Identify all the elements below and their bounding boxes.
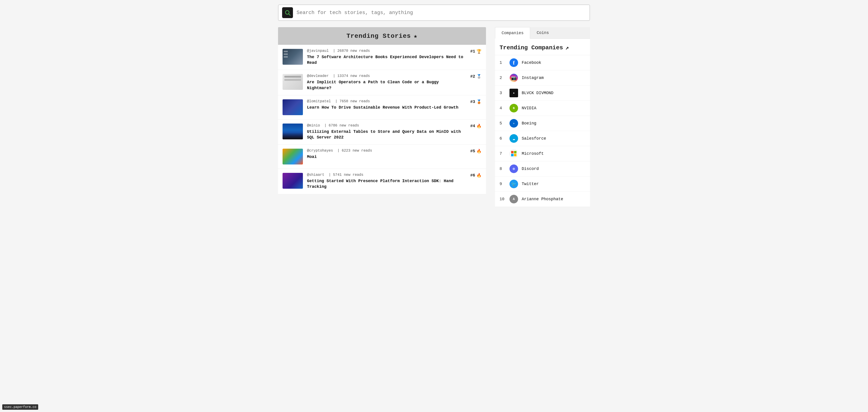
company-rank: 3 [500,91,506,95]
story-meta: @cryptohayes | 6223 new reads [307,149,464,153]
svg-line-1 [289,14,290,15]
company-item[interactable]: 9 🐦 Twitter [495,176,590,192]
company-name: Salesforce [522,136,546,141]
story-content: @javinpaul | 26870 new reads The 7 Softw… [307,49,464,66]
rank-number: #1 [470,49,475,54]
story-title: The 7 Software Architecture Books Experi… [307,54,464,66]
story-thumbnail [283,99,303,115]
company-rank: 6 [500,136,506,141]
rank-number: #6 [470,173,475,178]
companies-panel: CompaniesCoins Trending Companies ↗ 1 f … [495,27,590,207]
story-rank: #2 🥈 [468,74,482,79]
story-title: Utilizing External Tables to Store and Q… [307,129,464,140]
story-content: @devleader | 13374 new reads Are Implici… [307,74,464,91]
company-logo: ☁ [509,134,518,143]
company-name: Instagram [522,76,544,80]
company-item[interactable]: 4 N NVIDIA [495,101,590,116]
company-logo: ◆ [509,89,518,97]
company-logo [509,149,518,158]
rank-icon: 🔥 [476,173,482,178]
story-item[interactable]: @minio | 6786 new reads Utilizing Extern… [278,119,486,145]
story-rank: #6 🔥 [468,173,482,178]
story-rank: #5 🔥 [468,149,482,154]
tab-coins[interactable]: Coins [530,27,555,38]
story-thumbnail [283,123,303,139]
company-logo: A [509,195,518,203]
story-item[interactable]: @shiaart | 5741 new reads Getting Starte… [278,169,486,194]
companies-header: Trending Companies ↗ [495,39,590,55]
company-rank: 1 [500,60,506,65]
watermark: ssec.paperform.co [2,404,38,410]
company-rank: 8 [500,167,506,171]
company-item[interactable]: 7 Microsoft [495,146,590,161]
search-icon [284,9,291,16]
rank-icon: 🔥 [476,123,482,128]
story-meta: @devleader | 13374 new reads [307,74,464,78]
tab-companies[interactable]: Companies [495,27,530,39]
company-rank: 4 [500,106,506,110]
stories-header: Trending Stories ★ [278,27,486,45]
rank-number: #3 [470,99,475,104]
story-content: @shiaart | 5741 new reads Getting Starte… [307,173,464,189]
rank-number: #5 [470,149,475,153]
company-item[interactable]: 8 ⊕ Discord [495,161,590,176]
company-item[interactable]: 5 ✈ Boeing [495,116,590,131]
rank-icon: 🏆 [476,49,482,54]
story-meta: @lomitpatel | 7650 new reads [307,99,464,104]
company-item[interactable]: 6 ☁ Salesforce [495,131,590,146]
story-content: @lomitpatel | 7650 new reads Learn How T… [307,99,464,110]
companies-tabs: CompaniesCoins [495,27,590,39]
company-name: BLVCK DIVMOND [522,91,553,95]
company-name: Boeing [522,121,536,125]
rank-icon: 🔥 [476,149,482,154]
story-title: Getting Started With Presence Platform I… [307,178,464,189]
story-content: @minio | 6786 new reads Utilizing Extern… [307,123,464,140]
story-item[interactable]: @devleader | 13374 new reads Are Implici… [278,70,486,95]
story-content: @cryptohayes | 6223 new reads Moai [307,149,464,160]
stories-list: @javinpaul | 26870 new reads The 7 Softw… [278,45,486,194]
search-bar[interactable] [278,4,590,21]
company-logo: 📷 [509,73,518,82]
rank-icon: 🥈 [476,74,482,79]
company-rank: 7 [500,151,506,156]
story-thumbnail [283,173,303,189]
story-item[interactable]: @cryptohayes | 6223 new reads Moai #5 🔥 [278,145,486,169]
stories-panel: Trending Stories ★ @javinpaul | 26870 ne… [278,27,486,194]
story-rank: #3 🥉 [468,99,482,104]
stories-title: Trending Stories [346,33,411,39]
company-rank: 10 [500,197,506,201]
story-title: Learn How To Drive Sustainable Revenue W… [307,105,464,110]
company-name: Arianne Phosphate [522,197,563,201]
story-rank: #4 🔥 [468,123,482,128]
company-logo: f [509,58,518,67]
story-item[interactable]: @lomitpatel | 7650 new reads Learn How T… [278,95,486,119]
story-rank: #1 🏆 [468,49,482,54]
company-item[interactable]: 1 f Facebook [495,55,590,70]
story-thumbnail [283,74,303,90]
stories-star-icon: ★ [413,32,417,40]
trending-arrow-icon: ↗ [565,44,569,51]
companies-title: Trending Companies [500,45,563,51]
company-name: Twitter [522,182,539,186]
story-thumbnail [283,149,303,165]
company-item[interactable]: 10 A Arianne Phosphate [495,192,590,207]
story-meta: @minio | 6786 new reads [307,123,464,127]
rank-number: #2 [470,74,475,79]
story-item[interactable]: @javinpaul | 26870 new reads The 7 Softw… [278,45,486,70]
company-item[interactable]: 2 📷 Instagram [495,70,590,86]
company-name: Microsoft [522,151,544,156]
story-title: Are Implicit Operators a Path to Clean C… [307,80,464,91]
search-icon-box [282,7,293,18]
company-name: Discord [522,167,539,171]
company-rank: 5 [500,121,506,125]
company-item[interactable]: 3 ◆ BLVCK DIVMOND [495,86,590,101]
rank-number: #4 [470,124,475,128]
company-logo: ✈ [509,119,518,127]
company-logo: 🐦 [509,180,518,188]
companies-list: 1 f Facebook 2 📷 Instagram 3 ◆ BLVCK DIV… [495,55,590,207]
company-logo: N [509,104,518,113]
story-thumbnail [283,49,303,65]
company-name: Facebook [522,60,541,65]
company-name: NVIDIA [522,106,536,110]
search-input[interactable] [297,10,586,16]
